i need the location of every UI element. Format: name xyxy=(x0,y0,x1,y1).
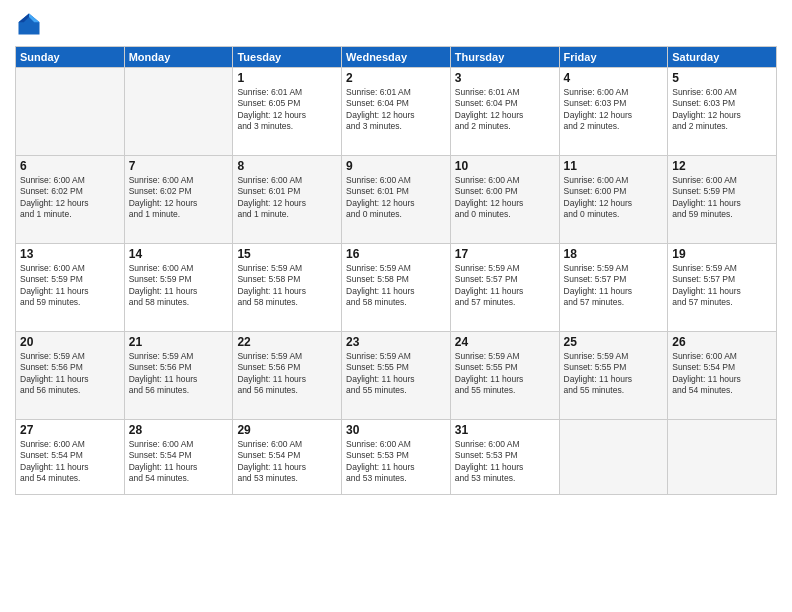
day-info: Sunrise: 6:00 AMSunset: 6:00 PMDaylight:… xyxy=(564,175,664,221)
header xyxy=(15,10,777,38)
day-number: 4 xyxy=(564,71,664,85)
day-cell: 27Sunrise: 6:00 AMSunset: 5:54 PMDayligh… xyxy=(16,420,125,495)
day-info: Sunrise: 6:00 AMSunset: 6:02 PMDaylight:… xyxy=(129,175,229,221)
day-info: Sunrise: 5:59 AMSunset: 5:57 PMDaylight:… xyxy=(455,263,555,309)
day-cell: 9Sunrise: 6:00 AMSunset: 6:01 PMDaylight… xyxy=(342,156,451,244)
day-cell: 11Sunrise: 6:00 AMSunset: 6:00 PMDayligh… xyxy=(559,156,668,244)
weekday-header-thursday: Thursday xyxy=(450,47,559,68)
weekday-header-tuesday: Tuesday xyxy=(233,47,342,68)
day-info: Sunrise: 5:59 AMSunset: 5:55 PMDaylight:… xyxy=(455,351,555,397)
weekday-header-row: SundayMondayTuesdayWednesdayThursdayFrid… xyxy=(16,47,777,68)
day-number: 29 xyxy=(237,423,337,437)
day-number: 11 xyxy=(564,159,664,173)
day-number: 12 xyxy=(672,159,772,173)
day-cell: 15Sunrise: 5:59 AMSunset: 5:58 PMDayligh… xyxy=(233,244,342,332)
day-cell: 19Sunrise: 5:59 AMSunset: 5:57 PMDayligh… xyxy=(668,244,777,332)
day-number: 22 xyxy=(237,335,337,349)
day-number: 15 xyxy=(237,247,337,261)
day-number: 25 xyxy=(564,335,664,349)
day-number: 20 xyxy=(20,335,120,349)
day-cell: 17Sunrise: 5:59 AMSunset: 5:57 PMDayligh… xyxy=(450,244,559,332)
day-info: Sunrise: 5:59 AMSunset: 5:56 PMDaylight:… xyxy=(20,351,120,397)
day-number: 26 xyxy=(672,335,772,349)
day-info: Sunrise: 5:59 AMSunset: 5:55 PMDaylight:… xyxy=(564,351,664,397)
day-number: 6 xyxy=(20,159,120,173)
day-cell: 23Sunrise: 5:59 AMSunset: 5:55 PMDayligh… xyxy=(342,332,451,420)
day-cell xyxy=(124,68,233,156)
day-info: Sunrise: 5:59 AMSunset: 5:55 PMDaylight:… xyxy=(346,351,446,397)
day-cell: 24Sunrise: 5:59 AMSunset: 5:55 PMDayligh… xyxy=(450,332,559,420)
day-cell: 26Sunrise: 6:00 AMSunset: 5:54 PMDayligh… xyxy=(668,332,777,420)
day-number: 9 xyxy=(346,159,446,173)
day-cell: 28Sunrise: 6:00 AMSunset: 5:54 PMDayligh… xyxy=(124,420,233,495)
weekday-header-wednesday: Wednesday xyxy=(342,47,451,68)
day-number: 24 xyxy=(455,335,555,349)
day-info: Sunrise: 6:00 AMSunset: 5:54 PMDaylight:… xyxy=(129,439,229,485)
day-info: Sunrise: 5:59 AMSunset: 5:56 PMDaylight:… xyxy=(129,351,229,397)
day-cell: 29Sunrise: 6:00 AMSunset: 5:54 PMDayligh… xyxy=(233,420,342,495)
day-info: Sunrise: 6:00 AMSunset: 5:59 PMDaylight:… xyxy=(129,263,229,309)
day-number: 18 xyxy=(564,247,664,261)
day-cell: 16Sunrise: 5:59 AMSunset: 5:58 PMDayligh… xyxy=(342,244,451,332)
day-info: Sunrise: 6:00 AMSunset: 5:53 PMDaylight:… xyxy=(346,439,446,485)
day-info: Sunrise: 6:01 AMSunset: 6:05 PMDaylight:… xyxy=(237,87,337,133)
page-container: SundayMondayTuesdayWednesdayThursdayFrid… xyxy=(0,0,792,500)
weekday-header-friday: Friday xyxy=(559,47,668,68)
day-cell: 31Sunrise: 6:00 AMSunset: 5:53 PMDayligh… xyxy=(450,420,559,495)
day-number: 30 xyxy=(346,423,446,437)
day-info: Sunrise: 5:59 AMSunset: 5:57 PMDaylight:… xyxy=(672,263,772,309)
day-info: Sunrise: 6:00 AMSunset: 5:54 PMDaylight:… xyxy=(237,439,337,485)
day-number: 27 xyxy=(20,423,120,437)
day-cell: 10Sunrise: 6:00 AMSunset: 6:00 PMDayligh… xyxy=(450,156,559,244)
day-cell xyxy=(16,68,125,156)
day-cell: 7Sunrise: 6:00 AMSunset: 6:02 PMDaylight… xyxy=(124,156,233,244)
day-cell xyxy=(668,420,777,495)
day-number: 7 xyxy=(129,159,229,173)
week-row-4: 20Sunrise: 5:59 AMSunset: 5:56 PMDayligh… xyxy=(16,332,777,420)
day-info: Sunrise: 6:00 AMSunset: 5:54 PMDaylight:… xyxy=(672,351,772,397)
logo-icon xyxy=(15,10,43,38)
day-number: 28 xyxy=(129,423,229,437)
week-row-3: 13Sunrise: 6:00 AMSunset: 5:59 PMDayligh… xyxy=(16,244,777,332)
day-number: 23 xyxy=(346,335,446,349)
day-info: Sunrise: 6:00 AMSunset: 6:03 PMDaylight:… xyxy=(564,87,664,133)
day-number: 13 xyxy=(20,247,120,261)
day-cell: 8Sunrise: 6:00 AMSunset: 6:01 PMDaylight… xyxy=(233,156,342,244)
day-info: Sunrise: 6:00 AMSunset: 5:59 PMDaylight:… xyxy=(672,175,772,221)
day-cell: 20Sunrise: 5:59 AMSunset: 5:56 PMDayligh… xyxy=(16,332,125,420)
day-info: Sunrise: 6:01 AMSunset: 6:04 PMDaylight:… xyxy=(346,87,446,133)
weekday-header-saturday: Saturday xyxy=(668,47,777,68)
week-row-5: 27Sunrise: 6:00 AMSunset: 5:54 PMDayligh… xyxy=(16,420,777,495)
day-cell: 1Sunrise: 6:01 AMSunset: 6:05 PMDaylight… xyxy=(233,68,342,156)
day-cell: 18Sunrise: 5:59 AMSunset: 5:57 PMDayligh… xyxy=(559,244,668,332)
day-info: Sunrise: 5:59 AMSunset: 5:58 PMDaylight:… xyxy=(237,263,337,309)
day-number: 17 xyxy=(455,247,555,261)
day-number: 14 xyxy=(129,247,229,261)
day-number: 31 xyxy=(455,423,555,437)
day-number: 19 xyxy=(672,247,772,261)
day-number: 16 xyxy=(346,247,446,261)
day-info: Sunrise: 6:00 AMSunset: 6:01 PMDaylight:… xyxy=(346,175,446,221)
day-cell: 21Sunrise: 5:59 AMSunset: 5:56 PMDayligh… xyxy=(124,332,233,420)
day-number: 2 xyxy=(346,71,446,85)
day-info: Sunrise: 6:00 AMSunset: 6:03 PMDaylight:… xyxy=(672,87,772,133)
day-info: Sunrise: 5:59 AMSunset: 5:58 PMDaylight:… xyxy=(346,263,446,309)
day-cell: 14Sunrise: 6:00 AMSunset: 5:59 PMDayligh… xyxy=(124,244,233,332)
day-number: 1 xyxy=(237,71,337,85)
logo xyxy=(15,10,47,38)
day-info: Sunrise: 6:00 AMSunset: 6:00 PMDaylight:… xyxy=(455,175,555,221)
day-number: 10 xyxy=(455,159,555,173)
day-info: Sunrise: 5:59 AMSunset: 5:56 PMDaylight:… xyxy=(237,351,337,397)
week-row-1: 1Sunrise: 6:01 AMSunset: 6:05 PMDaylight… xyxy=(16,68,777,156)
day-cell: 4Sunrise: 6:00 AMSunset: 6:03 PMDaylight… xyxy=(559,68,668,156)
calendar-table: SundayMondayTuesdayWednesdayThursdayFrid… xyxy=(15,46,777,495)
day-cell: 6Sunrise: 6:00 AMSunset: 6:02 PMDaylight… xyxy=(16,156,125,244)
day-info: Sunrise: 6:00 AMSunset: 5:53 PMDaylight:… xyxy=(455,439,555,485)
day-info: Sunrise: 6:00 AMSunset: 6:02 PMDaylight:… xyxy=(20,175,120,221)
day-number: 5 xyxy=(672,71,772,85)
week-row-2: 6Sunrise: 6:00 AMSunset: 6:02 PMDaylight… xyxy=(16,156,777,244)
day-info: Sunrise: 5:59 AMSunset: 5:57 PMDaylight:… xyxy=(564,263,664,309)
day-number: 21 xyxy=(129,335,229,349)
day-number: 8 xyxy=(237,159,337,173)
day-cell: 12Sunrise: 6:00 AMSunset: 5:59 PMDayligh… xyxy=(668,156,777,244)
